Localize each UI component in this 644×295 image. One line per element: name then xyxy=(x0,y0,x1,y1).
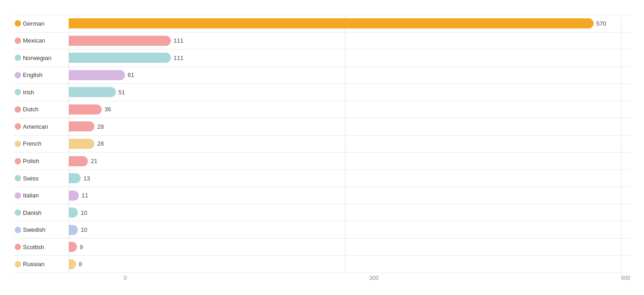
bar-track: 13 xyxy=(69,173,630,183)
bar-fill xyxy=(69,121,94,131)
bar-row: Russian8 xyxy=(14,255,630,273)
bar-label-wrap: Russian xyxy=(14,261,69,268)
bar-label-wrap: Irish xyxy=(14,89,69,96)
x-axis-label: 600 xyxy=(621,275,630,281)
bar-label-wrap: Scottish xyxy=(14,244,69,251)
bar-label-text: Italian xyxy=(23,192,39,199)
bar-track: 10 xyxy=(69,208,630,218)
bar-track: 570 xyxy=(69,18,630,28)
bar-fill xyxy=(69,225,78,235)
bar-row: English61 xyxy=(14,66,630,84)
bar-track: 10 xyxy=(69,225,630,235)
bar-value-label: 11 xyxy=(82,192,88,199)
bar-color-dot xyxy=(15,141,21,147)
bar-fill xyxy=(69,87,116,97)
bar-fill xyxy=(69,70,125,80)
bar-track: 36 xyxy=(69,104,630,115)
bar-fill xyxy=(69,173,81,183)
bar-value-label: 10 xyxy=(81,209,87,216)
bar-label-wrap: German xyxy=(14,20,69,27)
bar-fill xyxy=(69,208,78,218)
bar-label-text: Mexican xyxy=(23,37,45,44)
bar-color-dot xyxy=(15,227,21,233)
bar-value-label: 28 xyxy=(97,123,104,130)
bar-fill xyxy=(69,156,88,166)
bar-color-dot xyxy=(15,123,21,130)
bar-label-text: Norwegian xyxy=(23,55,51,61)
bar-track: 51 xyxy=(69,87,630,97)
bar-label-text: Russian xyxy=(23,261,44,268)
bar-fill xyxy=(69,259,76,269)
bar-value-label: 570 xyxy=(596,20,606,27)
bar-track: 28 xyxy=(69,121,630,131)
bar-value-label: 21 xyxy=(91,158,97,164)
bar-label-text: American xyxy=(23,123,48,130)
bar-label-wrap: Dutch xyxy=(14,106,69,113)
bar-row: Swedish10 xyxy=(14,221,630,238)
bar-row: Danish10 xyxy=(14,204,630,221)
bar-value-label: 61 xyxy=(128,71,134,78)
bars-area: German570Mexican111Norwegian111English61… xyxy=(14,15,630,273)
bar-value-label: 13 xyxy=(83,175,90,182)
bar-track: 11 xyxy=(69,191,630,201)
bar-row: Swiss13 xyxy=(14,169,630,187)
bar-fill xyxy=(69,18,594,28)
bar-row: German570 xyxy=(14,15,630,32)
bar-label-wrap: American xyxy=(14,123,69,130)
bar-row: Mexican111 xyxy=(14,32,630,49)
chart-body: German570Mexican111Norwegian111English61… xyxy=(14,15,630,281)
bar-row: Dutch36 xyxy=(14,101,630,118)
bar-label-wrap: Polish xyxy=(14,158,69,164)
bar-label-text: Swedish xyxy=(23,226,45,233)
bar-label-text: Swiss xyxy=(23,175,38,182)
bar-track: 8 xyxy=(69,259,630,269)
bar-label-text: Scottish xyxy=(23,244,44,251)
x-axis: 0300600 xyxy=(14,275,630,281)
bar-row: Irish51 xyxy=(14,83,630,101)
bar-track: 28 xyxy=(69,139,630,149)
bar-row: Scottish9 xyxy=(14,238,630,256)
bar-label-text: French xyxy=(23,140,41,147)
bar-color-dot xyxy=(15,20,21,27)
bar-value-label: 111 xyxy=(174,37,184,44)
bar-value-label: 10 xyxy=(81,226,87,233)
bar-fill xyxy=(69,191,79,201)
bar-label-text: Irish xyxy=(23,89,34,96)
bar-value-label: 28 xyxy=(97,140,104,147)
bar-color-dot xyxy=(15,261,21,268)
bar-color-dot xyxy=(15,38,21,44)
bar-row: French28 xyxy=(14,135,630,153)
bar-value-label: 36 xyxy=(104,106,111,113)
bar-color-dot xyxy=(15,55,21,61)
bar-fill xyxy=(69,53,171,63)
bar-track: 9 xyxy=(69,242,630,252)
bar-label-wrap: Swiss xyxy=(14,175,69,182)
bar-label-wrap: Swedish xyxy=(14,226,69,233)
bar-label-wrap: English xyxy=(14,71,69,78)
bar-fill xyxy=(69,139,94,149)
bar-row: Norwegian111 xyxy=(14,49,630,66)
bar-track: 111 xyxy=(69,53,630,63)
bar-label-text: German xyxy=(23,20,44,27)
bar-label-wrap: Italian xyxy=(14,192,69,199)
bar-row: American28 xyxy=(14,118,630,135)
bar-row: Polish21 xyxy=(14,152,630,169)
bar-color-dot xyxy=(15,158,21,164)
x-axis-labels: 0300600 xyxy=(124,275,630,281)
bar-value-label: 8 xyxy=(79,261,82,268)
bar-fill xyxy=(69,104,102,115)
bar-label-text: Dutch xyxy=(23,106,38,113)
x-axis-label: 0 xyxy=(124,275,127,281)
bar-label-wrap: French xyxy=(14,140,69,147)
bar-color-dot xyxy=(15,175,21,181)
bar-value-label: 51 xyxy=(119,89,125,96)
x-axis-label: 300 xyxy=(369,275,378,281)
bar-label-wrap: Danish xyxy=(14,209,69,216)
bar-track: 21 xyxy=(69,156,630,166)
bar-label-wrap: Mexican xyxy=(14,37,69,44)
bar-label-text: Polish xyxy=(23,158,39,164)
bar-row: Italian11 xyxy=(14,186,630,204)
bar-value-label: 9 xyxy=(80,244,83,251)
bar-fill xyxy=(69,242,77,252)
bar-color-dot xyxy=(15,192,21,199)
